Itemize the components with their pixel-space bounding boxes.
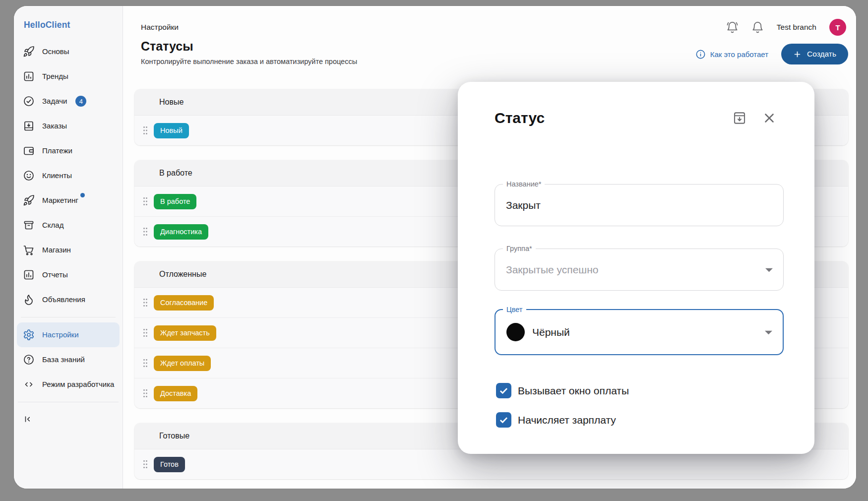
status-color-value: Чёрный <box>532 326 570 338</box>
modal-title: Статус <box>495 110 545 126</box>
sidebar-item-label: Склад <box>42 221 63 230</box>
app-window: HelloClient ОсновыТрендыЗадачи4ЗаказыПла… <box>14 6 856 489</box>
sidebar-divider <box>21 317 116 317</box>
drag-handle-icon[interactable] <box>142 388 148 398</box>
flame-icon <box>23 294 35 306</box>
close-modal-button[interactable] <box>762 111 777 125</box>
sidebar-item-label: Платежи <box>42 146 72 155</box>
inbox-download-icon <box>23 120 35 132</box>
status-color-label: Цвет <box>503 305 526 314</box>
topbar: Настройки Test branch T <box>123 6 856 36</box>
check-circle-icon <box>23 95 35 107</box>
sidebar-item-label: Объявления <box>42 295 85 304</box>
sidebar-item-label: Клиенты <box>42 171 72 180</box>
sidebar-item-announcements[interactable]: Объявления <box>17 287 120 312</box>
drag-handle-icon[interactable] <box>142 298 148 308</box>
sidebar: HelloClient ОсновыТрендыЗадачи4ЗаказыПла… <box>14 6 123 489</box>
status-chip[interactable]: Готов <box>154 457 185 472</box>
sidebar-collapse-button[interactable] <box>14 407 123 431</box>
notifications-ring-button[interactable] <box>726 21 739 34</box>
status-group-title: Новые <box>159 98 184 107</box>
branch-selector[interactable]: Test branch <box>777 23 816 32</box>
status-chip[interactable]: В работе <box>154 194 196 209</box>
sidebar-item-label: Тренды <box>42 72 68 81</box>
bell-icon <box>751 21 764 34</box>
status-chip[interactable]: Диагностика <box>154 224 208 240</box>
drag-handle-icon[interactable] <box>142 358 148 368</box>
sidebar-nav: ОсновыТрендыЗадачи4ЗаказыПлатежиКлиентыМ… <box>14 36 123 397</box>
bar-chart-icon <box>23 70 35 82</box>
status-group-value: Закрытые успешно <box>506 264 599 276</box>
breadcrumb: Настройки <box>141 23 179 32</box>
gear-icon <box>23 329 35 341</box>
status-group-select[interactable]: Группа* Закрытые успешно <box>495 249 784 291</box>
sidebar-item-clients[interactable]: Клиенты <box>17 163 120 188</box>
sidebar-item-knowledge-base[interactable]: База знаний <box>17 347 120 372</box>
page-title-block: Статусы Контролируйте выполнение заказа … <box>141 39 357 65</box>
checkbox-row-accrues-salary: Начисляет зарплату <box>496 412 784 428</box>
drag-handle-icon[interactable] <box>142 328 148 338</box>
status-name-input[interactable] <box>506 199 772 211</box>
page-header: Статусы Контролируйте выполнение заказа … <box>123 36 856 65</box>
sidebar-item-tasks[interactable]: Задачи4 <box>17 89 120 114</box>
sidebar-item-label: Отчеты <box>42 270 68 279</box>
status-chip[interactable]: Доставка <box>154 386 197 401</box>
sidebar-item-payments[interactable]: Платежи <box>17 138 120 163</box>
modal-header-actions <box>732 111 784 125</box>
sidebar-item-basics[interactable]: Основы <box>17 39 120 64</box>
notifications-button[interactable] <box>751 21 764 34</box>
rocket-icon <box>23 46 35 58</box>
status-row: Готов <box>134 449 848 479</box>
sidebar-divider <box>18 402 119 402</box>
status-group-label: Группа* <box>503 244 536 253</box>
checkbox-opens-payment-window[interactable] <box>496 383 511 398</box>
chevron-down-icon <box>765 330 772 335</box>
checkbox-accrues-salary[interactable] <box>496 412 511 428</box>
sidebar-item-orders[interactable]: Заказы <box>17 114 120 138</box>
page-subtitle: Контролируйте выполнение заказа и автома… <box>141 58 357 65</box>
archive-status-button[interactable] <box>732 111 747 125</box>
sidebar-item-shop[interactable]: Магазин <box>17 238 120 262</box>
modal-header: Статус <box>495 82 784 126</box>
bar-chart-icon <box>23 269 35 281</box>
drag-handle-icon[interactable] <box>142 196 148 206</box>
page-title: Статусы <box>141 39 357 54</box>
rocket-icon <box>23 194 35 206</box>
smiley-icon <box>23 170 35 182</box>
color-swatch <box>506 323 525 341</box>
status-name-label: Название* <box>503 179 545 189</box>
sidebar-item-developer-mode[interactable]: Режим разработчика <box>17 372 120 397</box>
wallet-icon <box>23 145 35 157</box>
status-chip[interactable]: Новый <box>154 123 189 138</box>
sidebar-item-settings[interactable]: Настройки <box>17 322 120 347</box>
status-modal: Статус Название* Группа* Закрытые успешн… <box>458 82 814 454</box>
drag-handle-icon[interactable] <box>142 125 148 135</box>
checkbox-label: Вызывает окно оплаты <box>518 385 629 397</box>
drag-handle-icon[interactable] <box>142 227 148 237</box>
avatar[interactable]: T <box>829 19 846 36</box>
plus-icon <box>793 50 802 59</box>
checkbox-label: Начисляет зарплату <box>518 414 616 426</box>
how-it-works-link[interactable]: Как это работает <box>695 49 768 60</box>
create-button[interactable]: Создать <box>781 44 848 64</box>
checkbox-row-opens-payment-window: Вызывает окно оплаты <box>496 383 784 398</box>
topbar-actions: Test branch T <box>726 19 846 36</box>
create-button-label: Создать <box>807 50 836 59</box>
sidebar-item-warehouse[interactable]: Склад <box>17 213 120 238</box>
sidebar-item-trends[interactable]: Тренды <box>17 64 120 89</box>
sidebar-item-label: Маркетинг <box>42 196 78 205</box>
status-group-title: Отложенные <box>159 270 206 279</box>
sidebar-item-label: Настройки <box>42 330 79 339</box>
status-chip[interactable]: Ждет оплаты <box>154 356 211 371</box>
drag-handle-icon[interactable] <box>142 459 148 469</box>
status-chip[interactable]: Согласование <box>154 295 214 311</box>
modal-checkboxes: Вызывает окно оплатыНачисляет зарплату <box>495 383 784 428</box>
status-chip[interactable]: Ждет запчасть <box>154 325 216 341</box>
sidebar-item-marketing[interactable]: Маркетинг <box>17 188 120 213</box>
sidebar-item-reports[interactable]: Отчеты <box>17 262 120 287</box>
sidebar-item-label: База знаний <box>42 355 85 364</box>
sidebar-item-label: Режим разработчика <box>42 380 114 389</box>
sidebar-item-label: Основы <box>42 47 69 56</box>
status-color-select[interactable]: Цвет Чёрный <box>495 309 784 355</box>
status-name-field[interactable]: Название* <box>495 184 784 226</box>
